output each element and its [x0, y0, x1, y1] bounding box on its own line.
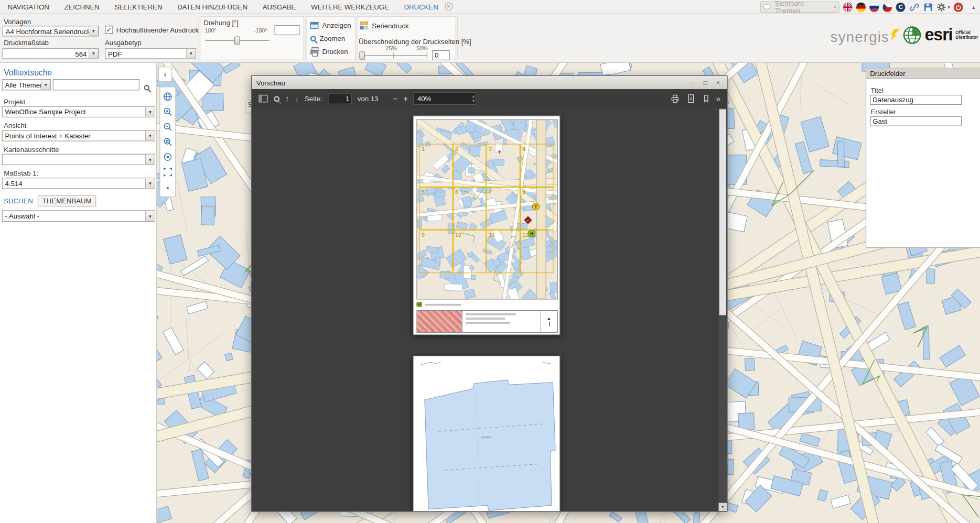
projekt-select[interactable]: WebOffice Sample Project ▾ [2, 106, 155, 117]
anzeigen-button[interactable]: Anzeigen [310, 21, 351, 29]
preview-page-2[interactable] [413, 355, 561, 511]
drucken-button[interactable]: Drucken [310, 48, 348, 55]
chevron-down-icon[interactable]: ▾ [145, 155, 155, 165]
chevron-down-icon[interactable]: ▾ [89, 49, 98, 58]
ersteller-input[interactable] [870, 116, 962, 126]
zoom-in-button[interactable]: + [403, 94, 408, 103]
auswahl-select[interactable]: - Auswahl - ▾ [2, 210, 155, 222]
anzeigen-label: Anzeigen [322, 21, 351, 29]
globe-icon[interactable] [160, 89, 176, 104]
legend-text-placeholder [425, 303, 461, 306]
footer-text-placeholder [466, 313, 516, 315]
ausgabetyp-select[interactable]: PDF ▾ [105, 48, 196, 59]
language-flag-cz-icon[interactable] [883, 2, 892, 12]
esri-logo-text: esri [925, 25, 953, 45]
volltextsuche-link[interactable]: Volltextsuche [4, 68, 52, 77]
druckfelder-title: Druckfelder [870, 70, 905, 77]
close-icon[interactable]: × [714, 79, 723, 86]
tab-suchen[interactable]: SUCHEN [4, 197, 33, 204]
center-map-icon[interactable] [160, 149, 176, 165]
export-icon[interactable] [686, 94, 696, 104]
hochaufloesend-checkbox[interactable]: ✓ [105, 26, 113, 34]
seriendruck-button[interactable]: Seriendruck [360, 21, 408, 30]
zoom-spin-up-icon[interactable]: ▴ [472, 94, 475, 99]
ribbon-separator [199, 16, 199, 60]
print-tile: 3 [486, 144, 520, 187]
menu-item-drucken[interactable]: DRUCKEN [404, 3, 438, 10]
language-flag-de-icon[interactable] [857, 2, 866, 12]
print-icon[interactable] [670, 94, 680, 104]
copyright-icon[interactable]: C [896, 2, 906, 12]
menu-right-tools: Sichtbare Themen ▾ C [760, 0, 975, 14]
chevron-down-icon[interactable]: ▾ [145, 211, 155, 221]
menu-item-selektieren[interactable]: SELEKTIEREN [115, 3, 163, 10]
visible-themes-dropdown[interactable]: Sichtbare Themen ▾ [760, 1, 839, 13]
zoom-level-select[interactable]: 40% ▴ ▾ [414, 92, 477, 105]
language-flag-ru-icon[interactable] [870, 2, 879, 12]
settings-menu[interactable]: ▾ [937, 2, 950, 12]
chevron-down-icon[interactable]: ▾ [41, 80, 50, 90]
speech-bubble-icon [763, 3, 771, 11]
save-icon[interactable] [923, 2, 933, 12]
themes-filter-select[interactable]: Alle Themen ▾ [2, 79, 51, 91]
drehung-value-input[interactable] [275, 25, 300, 35]
collapse-ribbon-icon[interactable]: ▴ [972, 4, 975, 10]
preview-pages-area: 1 2 3 4 5 6 7 8 9 10 11 12 + T [252, 108, 727, 511]
menu-item-daten-hinzufuegen[interactable]: DATEN HINZUFÜGEN [177, 3, 247, 10]
ueberschneidung-slider-thumb[interactable] [359, 51, 365, 60]
tick-25-label: 25% [386, 45, 397, 51]
logout-icon[interactable] [954, 2, 963, 12]
chevron-down-icon[interactable]: ▾ [145, 107, 155, 117]
drehung-slider-thumb[interactable] [234, 36, 240, 45]
preview-scrollbar[interactable]: ▾ [719, 108, 727, 511]
thumbnail-panel-icon[interactable] [258, 94, 268, 104]
language-flag-en-icon[interactable] [843, 2, 853, 12]
minimize-icon[interactable]: – [688, 79, 697, 86]
preview-search-icon[interactable] [274, 96, 279, 102]
druckmassstab-select[interactable]: 564 ▾ [3, 48, 99, 59]
chevron-down-icon[interactable]: ▾ [186, 49, 196, 58]
dialog-title-bar[interactable]: Vorschau – □ × [252, 76, 727, 89]
vorlagen-select[interactable]: A4 Hochformat Seriendruck ▾ [3, 26, 99, 36]
massstab-select[interactable]: 4.514 ▾ [2, 178, 155, 189]
zoom-spin-down-icon[interactable]: ▾ [472, 99, 475, 104]
page-number-input[interactable] [328, 93, 352, 104]
ueberschneidung-slider[interactable] [359, 51, 427, 60]
close-drucken-tab-icon[interactable]: × [445, 3, 453, 11]
fullscreen-icon[interactable] [160, 165, 176, 180]
menu-item-navigation[interactable]: NAVIGATION [7, 3, 49, 10]
menu-item-zeichnen[interactable]: ZEICHNEN [64, 3, 99, 10]
scrollbar-thumb[interactable] [719, 109, 726, 315]
drehung-slider[interactable] [206, 36, 270, 45]
ansicht-select[interactable]: Points of Interest + Kataster ▾ [2, 130, 155, 141]
zoomen-button[interactable]: Zoomen [310, 35, 345, 42]
previous-page-icon[interactable]: ↑ [285, 94, 289, 103]
next-page-icon[interactable]: ↓ [295, 94, 299, 103]
maximize-icon[interactable]: □ [701, 79, 710, 86]
chevron-down-icon[interactable]: ▾ [145, 178, 155, 188]
chevron-down-icon[interactable]: ▾ [145, 130, 155, 140]
preview-page-1[interactable]: 1 2 3 4 5 6 7 8 9 10 11 12 + T [413, 115, 561, 335]
zoom-extent-icon[interactable] [160, 134, 176, 149]
menu-item-weitere-werkzeuge[interactable]: WEITERE WERKZEUGE [311, 3, 389, 10]
menu-item-ausgabe[interactable]: AUSGABE [263, 3, 296, 10]
ueberschneidung-value-input[interactable] [432, 50, 450, 60]
zoom-out-icon[interactable] [160, 119, 176, 135]
search-icon[interactable] [144, 85, 149, 91]
link-icon[interactable] [909, 2, 919, 12]
serial-print-grid-icon [360, 21, 368, 30]
titel-input[interactable] [870, 95, 962, 105]
more-tools-icon[interactable]: » [716, 94, 721, 103]
kartenausschnitte-select[interactable]: ▾ [2, 154, 155, 166]
chevron-down-icon[interactable]: ▾ [89, 26, 98, 36]
sidebar-collapse-button[interactable]: ‹ [158, 67, 172, 82]
bookmark-icon[interactable] [702, 94, 710, 104]
zoom-out-button[interactable]: − [393, 94, 397, 103]
print-tile: 1 [419, 144, 453, 187]
scroll-down-button[interactable]: ▾ [719, 503, 727, 511]
tab-themenbaum[interactable]: THEMENBAUM [38, 195, 96, 207]
zoom-in-icon[interactable] [160, 104, 176, 119]
fulltext-search-input[interactable] [53, 79, 139, 91]
druckfelder-header[interactable]: Druckfelder [866, 69, 980, 79]
collapse-toolbar-icon[interactable]: ▴ [160, 180, 176, 195]
